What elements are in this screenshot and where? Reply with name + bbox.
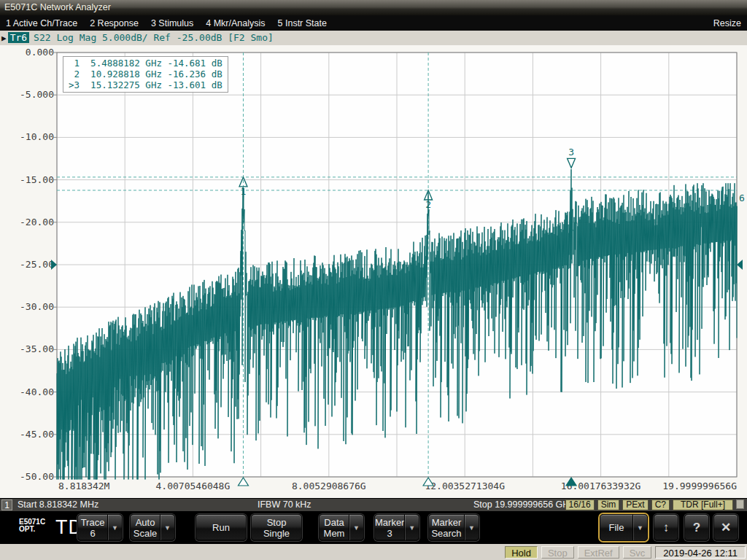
stop-single-label-line: Single — [263, 528, 290, 539]
menu-item[interactable]: 3 Stimulus — [151, 18, 193, 28]
chevron-down-icon[interactable]: ▼ — [107, 515, 122, 540]
channel-number-badge: 1 — [1, 499, 12, 510]
svg-text:6: 6 — [739, 192, 745, 203]
file-label: File — [600, 515, 632, 540]
scroll-updown-button[interactable]: ↕ — [654, 514, 678, 541]
toolbar: E5071C OPT. TDR Trace6▼AutoScale▼RunStop… — [0, 511, 747, 544]
auto-scale-button[interactable]: AutoScale▼ — [130, 514, 175, 541]
status-badge: PExt — [622, 499, 648, 510]
stop-single-label: StopSingle — [252, 515, 301, 540]
svg-text:1: 1 — [241, 186, 247, 197]
data-mem-label-line: Mem — [324, 528, 345, 539]
marker-select-label-line: Marker — [375, 517, 404, 528]
marker-search-label: MarkerSearch — [429, 515, 464, 540]
stop-single-button[interactable]: StopSingle — [251, 514, 302, 541]
hold-status-badge: Hold — [505, 546, 538, 559]
datetime-display: 2019-04-26 12:11 — [655, 546, 746, 559]
marker-search-label-line: Marker — [432, 517, 461, 528]
status-indicator-box — [736, 499, 744, 509]
ifbw-label: IFBW 70 kHz — [258, 499, 311, 510]
help-icon: ? — [685, 515, 708, 540]
marker-search-label-line: Search — [431, 528, 461, 539]
stop-status-badge: Stop — [541, 546, 574, 559]
close-icon: ✕ — [714, 515, 738, 540]
marker-select-button[interactable]: Marker3▼ — [374, 514, 419, 541]
menu-bar: 1 Active Ch/Trace2 Response3 Stimulus4 M… — [0, 15, 747, 31]
chevron-down-icon[interactable]: ▼ — [349, 515, 363, 540]
stop-frequency-label: Stop 19.999999656 GHz — [473, 499, 574, 510]
data-mem-label: DataMem — [320, 515, 349, 540]
marker-table-row: >3 15.132275 GHz -13.601 dB — [69, 79, 222, 90]
data-mem-label-line: Data — [324, 517, 344, 528]
marker-table-row: 2 10.928818 GHz -16.236 dB — [69, 69, 222, 79]
help-button[interactable]: ? — [684, 514, 709, 541]
menu-item[interactable]: 5 Instr State — [278, 18, 327, 28]
file-button[interactable]: File▼ — [600, 514, 648, 541]
chevron-down-icon[interactable]: ▼ — [632, 515, 647, 540]
window-titlebar: E5071C Network Analyzer — [0, 0, 747, 15]
extref-status-badge: ExtRef — [578, 546, 619, 559]
menu-item[interactable]: 1 Active Ch/Trace — [6, 18, 77, 28]
svc-status-badge: Svc — [623, 546, 652, 559]
chevron-down-icon[interactable]: ▼ — [160, 515, 174, 540]
trace-select-label: Trace6 — [78, 515, 107, 540]
status-badge: 16/16 — [565, 499, 595, 510]
status-badge: TDR [Full+] — [673, 499, 733, 510]
stop-single-label-line: Stop — [267, 517, 287, 528]
bottom-status-bar: Hold Stop ExtRef Svc 2019-04-26 12:11 — [0, 544, 747, 560]
trace-select-button[interactable]: Trace6▼ — [77, 514, 123, 541]
menu-items: 1 Active Ch/Trace2 Response3 Stimulus4 M… — [6, 18, 713, 28]
resize-button[interactable]: Resize — [713, 18, 741, 28]
chevron-down-icon[interactable]: ▼ — [404, 515, 419, 540]
run-label: Run — [196, 515, 246, 540]
trace-select-label-line: 6 — [90, 528, 95, 539]
window-title: E5071C Network Analyzer — [4, 2, 111, 12]
svg-text:3: 3 — [568, 147, 574, 158]
menu-item[interactable]: 2 Response — [90, 18, 139, 28]
active-trace-arrow-icon: ▶ — [1, 34, 7, 43]
instrument-logo: E5071C OPT. — [19, 518, 45, 533]
marker-table: 1 5.4888182 GHz -14.681 dB 2 10.928818 G… — [63, 56, 228, 93]
marker-select-label: Marker3 — [375, 515, 404, 540]
plot-svg[interactable]: 1236 — [0, 45, 747, 498]
plot-region: 0.000-5.000-10.00-15.00-20.00-25.00-30.0… — [0, 45, 747, 498]
logo-opt: OPT. — [19, 526, 45, 533]
marker-search-button[interactable]: MarkerSearch▼ — [428, 514, 479, 541]
status-badge: C? — [651, 499, 670, 510]
marker-table-row: 1 5.4888182 GHz -14.681 dB — [69, 58, 222, 69]
auto-scale-label-line: Scale — [133, 528, 158, 539]
trace-id-badge[interactable]: Tr6 — [8, 32, 29, 43]
svg-text:2: 2 — [425, 199, 431, 210]
trace-select-label-line: Trace — [81, 517, 105, 528]
status-bar: 1 Start 8.818342 MHz IFBW 70 kHz Stop 19… — [0, 498, 747, 512]
marker-select-label-line: 3 — [387, 528, 392, 539]
data-mem-button[interactable]: DataMem▼ — [319, 514, 364, 541]
status-badge: Sim — [597, 499, 620, 510]
scroll-updown-icon: ↕ — [654, 515, 678, 540]
close-button[interactable]: ✕ — [713, 514, 738, 541]
menu-item[interactable]: 4 Mkr/Analysis — [206, 18, 265, 28]
run-button[interactable]: Run — [196, 514, 247, 541]
chevron-down-icon[interactable]: ▼ — [464, 515, 479, 540]
auto-scale-label-line: Auto — [136, 517, 155, 528]
run-label-line: Run — [212, 522, 230, 533]
status-badges: 16/16SimPExtC?TDR [Full+] — [565, 499, 744, 510]
trace-settings-text: S22 Log Mag 5.000dB/ Ref -25.00dB [F2 Sm… — [34, 32, 274, 43]
file-label-line: File — [609, 522, 624, 533]
trace-info-bar: ▶Tr6S22 Log Mag 5.000dB/ Ref -25.00dB [F… — [0, 31, 747, 45]
instrument-screen: E5071C Network Analyzer 1 Active Ch/Trac… — [0, 0, 747, 560]
start-frequency-label: Start 8.818342 MHz — [18, 499, 98, 510]
auto-scale-label: AutoScale — [131, 515, 160, 540]
